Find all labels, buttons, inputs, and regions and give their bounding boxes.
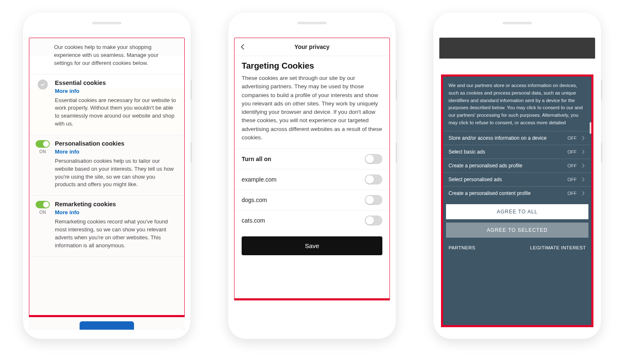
turn-all-on-row: Turn all on bbox=[234, 149, 390, 169]
chevron-right-icon bbox=[580, 177, 586, 182]
agree-selected-button[interactable]: AGREE TO SELECTED bbox=[446, 223, 588, 238]
purpose-state: OFF bbox=[567, 191, 577, 196]
toggle-partner[interactable] bbox=[365, 195, 382, 205]
partners-link[interactable]: PARTNERS bbox=[449, 245, 475, 250]
save-button[interactable]: Save bbox=[242, 236, 382, 255]
purpose-label: Create a personalised content profile bbox=[449, 190, 567, 196]
cookie-desc: Essential cookies are necessary for our … bbox=[55, 97, 176, 128]
scrollbar-thumb[interactable] bbox=[590, 122, 591, 134]
more-info-link[interactable]: More info bbox=[55, 88, 80, 94]
purpose-row[interactable]: Create a personalised content profile OF… bbox=[443, 186, 592, 200]
chevron-right-icon bbox=[580, 190, 586, 196]
purpose-state: OFF bbox=[567, 136, 577, 141]
chevron-right-icon bbox=[580, 135, 586, 141]
toggle-turn-all[interactable] bbox=[365, 154, 382, 164]
cookie-title: Personalisation cookies bbox=[55, 140, 176, 147]
cookie-desc: Personalisation cookies help us to tailo… bbox=[55, 157, 176, 189]
chevron-right-icon bbox=[580, 163, 586, 169]
cookie-intro-text: Our cookies help to make your shopping e… bbox=[29, 38, 185, 74]
back-icon[interactable] bbox=[239, 43, 247, 51]
purpose-row[interactable]: Select basic ads OFF bbox=[443, 145, 592, 159]
section-title: Targeting Cookies bbox=[234, 56, 390, 72]
partner-label: example.com bbox=[242, 176, 276, 183]
cookie-category-essential: Essential cookies More info Essential co… bbox=[29, 74, 185, 135]
agree-all-button[interactable]: AGREE TO ALL bbox=[446, 204, 588, 219]
screen-1: Our cookies help to make your shopping e… bbox=[29, 38, 185, 330]
phone-mockup-1: Our cookies help to make your shopping e… bbox=[23, 13, 191, 339]
page-header-bar bbox=[439, 38, 595, 59]
purpose-state: OFF bbox=[567, 177, 577, 182]
more-info-link[interactable]: More info bbox=[55, 149, 80, 155]
screen-2: Your privacy Targeting Cookies These coo… bbox=[234, 38, 390, 330]
consent-intro: We and our partners store or access info… bbox=[443, 76, 592, 131]
partner-label: cats.com bbox=[242, 217, 265, 224]
toggle-remarketing[interactable] bbox=[36, 201, 50, 208]
partner-row: dogs.com bbox=[234, 190, 390, 210]
check-icon bbox=[38, 79, 48, 90]
purpose-row[interactable]: Select personalised ads OFF bbox=[443, 172, 592, 186]
cookie-title: Essential cookies bbox=[55, 79, 176, 86]
header-bar: Your privacy bbox=[234, 38, 390, 56]
toggle-partner[interactable] bbox=[365, 174, 382, 185]
save-button-partial[interactable] bbox=[80, 321, 134, 330]
cookie-desc: Remarketing cookies record what you've f… bbox=[55, 218, 176, 249]
purpose-label: Create a personalised ads profile bbox=[449, 163, 567, 169]
turn-all-label: Turn all on bbox=[242, 156, 271, 162]
cookie-category-remarketing: ON Remarketing cookies More info Remarke… bbox=[29, 196, 185, 256]
purpose-row[interactable]: Create a personalised ads profile OFF bbox=[443, 159, 592, 172]
purpose-label: Select personalised ads bbox=[449, 177, 567, 182]
partner-label: dogs.com bbox=[242, 197, 267, 203]
more-info-link[interactable]: More info bbox=[55, 209, 80, 215]
cookie-title: Remarketing cookies bbox=[55, 201, 176, 208]
partner-row: cats.com bbox=[234, 210, 390, 231]
toggle-personalisation[interactable] bbox=[36, 140, 50, 148]
toggle-state-label: ON bbox=[39, 149, 46, 154]
phone-mockup-2: Your privacy Targeting Cookies These coo… bbox=[228, 13, 396, 339]
partner-row: example.com bbox=[234, 169, 390, 190]
purpose-row[interactable]: Store and/or access information on a dev… bbox=[443, 131, 592, 145]
purpose-label: Store and/or access information on a dev… bbox=[449, 135, 567, 141]
chevron-right-icon bbox=[580, 149, 586, 155]
phone-mockup-3: We and our partners store or access info… bbox=[433, 13, 601, 339]
consent-panel: We and our partners store or access info… bbox=[443, 76, 592, 326]
purpose-state: OFF bbox=[567, 163, 577, 168]
header-title: Your privacy bbox=[294, 44, 330, 50]
toggle-state-label: ON bbox=[39, 210, 46, 215]
purpose-state: OFF bbox=[567, 149, 577, 154]
toggle-partner[interactable] bbox=[365, 215, 382, 226]
section-desc: These cookies are set through our site b… bbox=[234, 72, 390, 149]
screen-3: We and our partners store or access info… bbox=[439, 38, 595, 330]
cookie-category-personalisation: ON Personalisation cookies More info Per… bbox=[29, 135, 185, 196]
purpose-label: Select basic ads bbox=[449, 149, 567, 155]
legitimate-interest-link[interactable]: LEGITIMATE INTEREST bbox=[530, 245, 586, 250]
